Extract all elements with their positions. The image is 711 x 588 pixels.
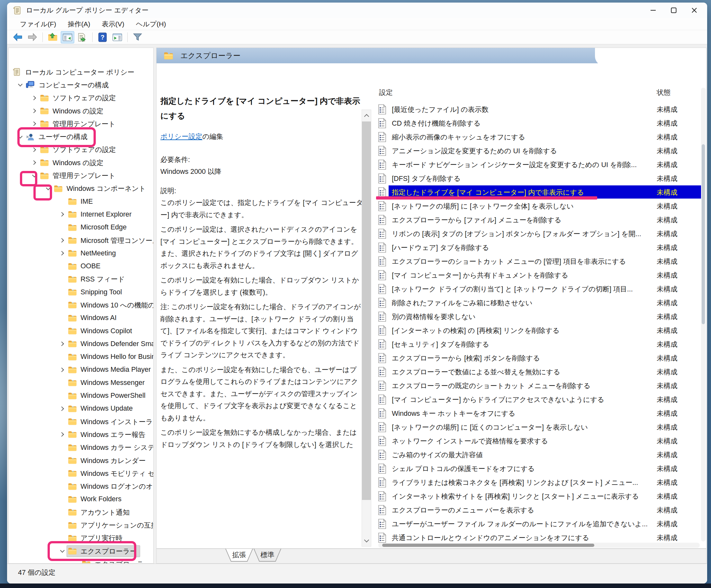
tree-item[interactable]: RSS フィード [9,273,153,286]
back-button[interactable] [11,31,24,43]
setting-row[interactable]: シェル プロトコルの保護モードをオフにする未構成 [376,462,702,476]
setting-row[interactable]: 別の資格情報を要求しない未構成 [376,310,702,324]
setting-row[interactable]: 縮小表示の画像のキャッシュをオフにする未構成 [376,130,702,144]
setting-row[interactable]: [マイ コンピューター] から共有ドキュメントを削除する未構成 [376,268,702,282]
expander-icon[interactable] [44,188,53,190]
setting-row[interactable]: [ネットワーク ドライブの割り当て] と [ネットワーク ドライブの切断] 項目… [376,282,702,296]
tree-item[interactable]: Windows Media Player [9,364,153,376]
expander-icon[interactable] [58,550,67,552]
setting-row[interactable]: [マイ コンピューター] からドライブにアクセスできないようにする未構成 [376,393,702,407]
tree-item[interactable]: Microsoft 管理コンソール [9,234,153,247]
console-tree-button[interactable] [61,31,74,43]
tree-item[interactable]: NetMeeting [9,247,153,260]
tree-item[interactable]: アプリ実行時 [9,532,153,545]
tree-item[interactable]: ローカル コンピューター ポリシー [9,66,153,79]
menu-item[interactable]: ヘルプ(H) [130,20,172,28]
setting-row[interactable]: ネットワーク インストールで資格情報を要求する未構成 [376,434,702,448]
setting-row[interactable]: インターネット検索サイトを [再検索] リンクと [スタート] メニューに表示す… [376,489,702,503]
tree-item[interactable]: エクスプローラー [9,545,153,558]
expander-icon[interactable] [58,213,67,216]
close-button[interactable] [684,3,705,18]
setting-row[interactable]: エクスプローラーで数値による並べ替えを無効にする未構成 [376,365,702,379]
action-pane-button[interactable] [111,31,124,43]
scroll-down-icon[interactable] [362,536,371,546]
expander-icon[interactable] [58,368,67,371]
tree-item[interactable]: Internet Explorer [9,208,153,221]
setting-row[interactable]: ユーザーがユーザー ファイル フォルダーのルートにファイルを追加できないよ...… [376,517,702,531]
tree-item[interactable]: ユーザーの構成 [9,130,153,143]
tree-item[interactable]: Windows の設定 [9,104,153,117]
tree-item[interactable]: Windows インストーラー [9,415,153,428]
tree-item[interactable]: コンピューターの構成 [9,79,153,91]
setting-row[interactable]: [ネットワークの場所] に [近くのコンピューター] を表示しない未構成 [376,420,702,434]
setting-row[interactable]: ライブラリまたは検索コネクタを [再検索] リンクおよび [スタート] メニュー… [376,476,702,489]
tree-item[interactable]: Windows Defender SmartScreen [9,337,153,350]
expander-icon[interactable] [58,433,67,436]
tree-item[interactable]: ソフトウェアの設定 [9,92,153,104]
expander-icon[interactable] [16,136,25,138]
tree-item[interactable]: 管理用テンプレート [9,117,153,130]
menu-item[interactable]: 表示(V) [96,20,130,28]
column-header-status[interactable]: 状態 [657,88,670,97]
tree-item[interactable]: Windows コンポーネント [9,182,153,195]
tree-item[interactable]: Windows エラー報告 [9,428,153,441]
setting-row[interactable]: エクスプローラーのメニュー バーを表示する未構成 [376,503,702,517]
up-one-level-button[interactable] [46,31,60,43]
tree-item[interactable]: Windows Messenger [9,376,153,389]
setting-row[interactable]: [インターネットの検索] の [再検索] リンクを削除する未構成 [376,324,702,337]
scrollbar-thumb[interactable] [362,122,371,500]
edit-policy-link[interactable]: ポリシー設定 [160,133,202,140]
setting-row[interactable]: CD 焼き付け機能を削除する未構成 [376,116,702,130]
tab-extended[interactable]: 拡張 [225,549,253,562]
expander-icon[interactable] [58,407,67,410]
titlebar[interactable]: ローカル グループ ポリシー エディター [7,3,707,18]
maximize-button[interactable] [663,3,684,18]
tab-standard[interactable]: 標準 [254,549,281,562]
expander-icon[interactable] [58,252,67,255]
tree-item[interactable]: Windows カラー システム [9,441,153,454]
expander-icon[interactable] [16,84,25,86]
setting-row[interactable]: アニメーション設定を変更するための UI を削除する未構成 [376,144,702,158]
tree-item[interactable]: Work Folders [9,493,153,506]
tree-item[interactable]: Windows Copilot [9,325,153,337]
scroll-up-icon[interactable] [362,111,371,120]
tree-item[interactable]: アプリケーションの互換性 [9,519,153,531]
setting-row[interactable]: 指定したドライブを [マイ コンピューター] 内で非表示にする未構成 [376,186,702,199]
scrollbar-thumb[interactable] [382,544,594,547]
expander-icon[interactable] [30,96,39,100]
minimize-button[interactable] [643,3,663,18]
expander-icon[interactable] [30,109,39,112]
setting-row[interactable]: [ハードウェア] タブを削除する未構成 [376,241,702,255]
tree-item[interactable]: ソフトウェアの設定 [9,143,153,156]
setting-row[interactable]: Windows キー ホットキーをオフにする未構成 [376,407,702,420]
tree-item[interactable]: Snipping Tool [9,286,153,299]
menu-item[interactable]: 操作(A) [62,20,96,28]
help-button[interactable]: ? [96,31,109,43]
forward-button[interactable] [26,31,39,43]
setting-row[interactable]: [DFS] タブを削除する未構成 [376,172,702,186]
export-list-button[interactable] [76,31,89,43]
description-scrollbar[interactable] [362,110,371,547]
setting-row[interactable]: [セキュリティ] タブを削除する未構成 [376,337,702,351]
filter-button[interactable] [131,31,144,43]
setting-row[interactable]: キーボード ナビゲーション インジケーター設定を変更するための UI を削除..… [376,158,702,172]
tree-item[interactable]: Windows カレンダー [9,454,153,467]
setting-row[interactable]: ごみ箱のサイズの最大許容値未構成 [376,448,702,462]
tree-item[interactable]: Windows Update [9,402,153,415]
tree-item[interactable]: Windows AI [9,312,153,325]
tree-item[interactable]: Microsoft Edge [9,221,153,234]
tree-item[interactable]: エクスプローラー フレーム ウィンドウ [9,558,153,564]
menu-item[interactable]: ファイル(F) [14,20,62,28]
list-horizontal-scrollbar[interactable] [378,543,700,548]
setting-row[interactable]: リボンの [表示] タブの [オプション] ボタンから [フォルダー オプション… [376,227,702,241]
tree-item[interactable]: 管理用テンプレート [9,169,153,182]
tree-item[interactable]: Windows Hello for Business [9,351,153,364]
expander-icon[interactable] [30,175,39,177]
setting-row[interactable]: [ネットワークの場所] に [ネットワーク全体] を表示しない未構成 [376,199,702,213]
setting-row[interactable]: 削除されたファイルをごみ箱に移動させない未構成 [376,296,702,310]
setting-row[interactable]: エクスプローラーから [ファイル] メニューを削除する未構成 [376,213,702,227]
expander-icon[interactable] [30,122,39,125]
expander-icon[interactable] [30,161,39,164]
list-vertical-scrollbar[interactable] [701,88,706,541]
tree-item[interactable]: Windows PowerShell [9,389,153,402]
